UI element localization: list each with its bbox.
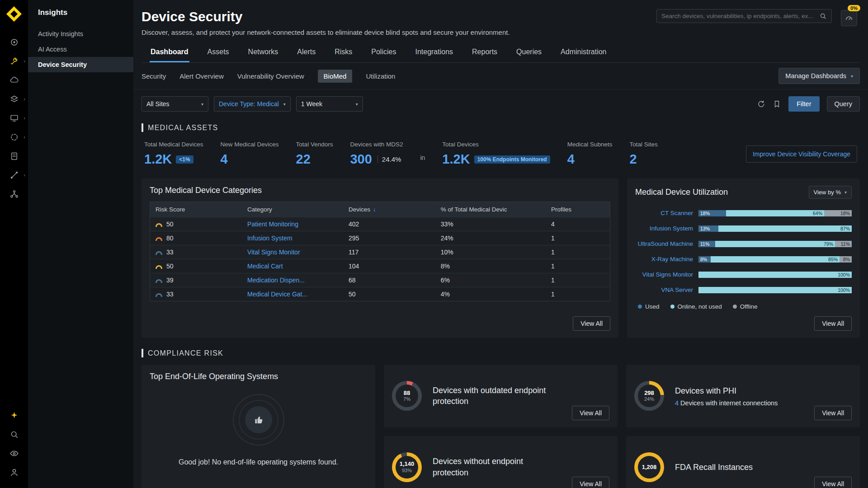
subtab-security[interactable]: Security (142, 70, 166, 83)
category-link[interactable]: Medical Device Gat... (247, 291, 307, 298)
view-all-button[interactable]: View All (572, 406, 609, 420)
category-link[interactable]: Medical Cart (247, 263, 283, 270)
coverage-percent-badge: 0% (848, 5, 860, 11)
utilization-category-link[interactable]: VNA Server (635, 286, 693, 293)
donut-card-label: FDA Recall Instances (675, 462, 753, 473)
top-categories-card: Top Medical Device Categories Risk Score… (142, 178, 618, 338)
medical-assets-stats: Total Medical Devices 1.2K <1% New Medic… (142, 139, 860, 178)
table-row[interactable]: 33 Vital Signs Monitor 117 10% 1 (150, 245, 610, 259)
tab-risks[interactable]: Risks (334, 43, 353, 62)
stat-value: 1.2K (442, 152, 470, 167)
rail-wrench-icon[interactable]: › (0, 52, 28, 70)
utilization-category-link[interactable]: CT Scanner (635, 210, 693, 216)
rail-cloud-icon[interactable] (0, 70, 28, 89)
donut-chart: 88 7% (392, 381, 422, 411)
rail-user-icon[interactable] (0, 463, 28, 482)
tab-networks[interactable]: Networks (247, 43, 279, 62)
site-filter-select[interactable]: All Sites ▾ (142, 96, 208, 112)
category-link[interactable]: Patient Monitoring (247, 221, 298, 228)
tab-alerts[interactable]: Alerts (296, 43, 316, 62)
rail-report-icon[interactable] (0, 146, 28, 165)
stat-value: 300 (350, 152, 372, 167)
column-category[interactable]: Category (242, 202, 343, 217)
sidebar-item-activity-insights[interactable]: Activity Insights (28, 26, 133, 42)
tab-reports[interactable]: Reports (471, 43, 498, 62)
refresh-icon[interactable] (757, 100, 765, 108)
column-risk-score[interactable]: Risk Score (150, 202, 242, 217)
sidebar-item-ai-access[interactable]: AI Access (28, 42, 133, 57)
rail-monitor-icon[interactable]: › (0, 108, 28, 127)
view-all-button[interactable]: View All (572, 477, 609, 488)
rail-sitemap-icon[interactable] (0, 184, 28, 203)
tab-queries[interactable]: Queries (515, 43, 542, 62)
tab-integrations[interactable]: Integrations (414, 43, 454, 62)
table-row[interactable]: 33 Medical Device Gat... 50 4% 1 (150, 287, 610, 301)
sub-count[interactable]: 4 (675, 399, 679, 407)
table-row[interactable]: 39 Medication Dispen... 68 6% 1 (150, 273, 610, 287)
donut-value: 1,140 (400, 460, 415, 468)
subtab-biomed[interactable]: BioMed (318, 70, 353, 83)
profiles-count: 4 (546, 217, 610, 231)
column-pct-total[interactable]: % of Total Medical Devic (435, 202, 546, 217)
manage-dashboards-button[interactable]: Manage Dashboards ▾ (778, 68, 860, 84)
utilization-category-link[interactable]: UltraSound Machine (635, 240, 693, 247)
subtab-utilization[interactable]: Utilization (366, 70, 395, 83)
column-devices[interactable]: Devices↓ (343, 202, 435, 217)
view-all-button[interactable]: View All (573, 316, 610, 331)
utilization-category-link[interactable]: Vital Signs Monitor (635, 271, 693, 278)
bar-segment-online: 79% (715, 241, 835, 247)
tab-assets[interactable]: Assets (207, 43, 230, 62)
brand-logo-icon[interactable] (5, 5, 23, 23)
profiles-count: 1 (546, 231, 610, 245)
coverage-gauge-icon[interactable] (841, 10, 857, 26)
rail-tools-icon[interactable]: › (0, 165, 28, 184)
rail-loader-icon[interactable]: › (0, 127, 28, 146)
subtab-vulnerability-overview[interactable]: Vulnerability Overview (237, 70, 304, 83)
table-row[interactable]: 50 Medical Cart 104 8% 1 (150, 259, 610, 273)
devices-count: 402 (343, 217, 435, 231)
utilization-bar: 8%85%8% (698, 256, 852, 263)
rail-ai-sparkle-icon[interactable] (0, 406, 28, 425)
eol-rings-decoration (233, 394, 284, 446)
utilization-bar: 13%87% (698, 225, 852, 232)
rail-search-icon[interactable] (0, 425, 28, 444)
site-filter-value: All Sites (146, 100, 170, 108)
search-input[interactable] (661, 13, 816, 19)
time-range-select[interactable]: 1 Week ▾ (296, 96, 363, 112)
sidebar-item-device-security[interactable]: Device Security (28, 57, 133, 72)
donut-card-label: Devices with PHI (675, 385, 778, 396)
tab-administration[interactable]: Administration (560, 43, 607, 62)
stat-label: New Medical Devices (221, 141, 279, 148)
category-link[interactable]: Vital Signs Monitor (247, 249, 300, 256)
utilization-category-link[interactable]: Infusion System (635, 225, 693, 232)
view-all-button[interactable]: View All (814, 316, 852, 331)
view-all-button[interactable]: View All (814, 406, 852, 420)
sort-desc-icon[interactable]: ↓ (373, 206, 376, 213)
risk-gauge-icon (156, 223, 162, 227)
donut-chart: 298 24% (634, 381, 664, 411)
rail-radar-icon[interactable] (0, 33, 28, 52)
query-button[interactable]: Query (827, 96, 860, 112)
table-row[interactable]: 80 Infusion System 295 24% 1 (150, 231, 610, 245)
device-type-filter-select[interactable]: Device Type: Medical ▾ (214, 96, 291, 112)
pct-of-total: 6% (435, 273, 546, 287)
tab-dashboard[interactable]: Dashboard (150, 43, 189, 62)
stat-value: 22 (296, 152, 311, 167)
filter-button[interactable]: Filter (788, 96, 819, 112)
table-row[interactable]: 50 Patient Monitoring 402 33% 4 (150, 217, 610, 231)
search-icon[interactable] (819, 12, 827, 20)
column-profiles[interactable]: Profiles (546, 202, 610, 217)
compliance-title: COMPLIANCE RISK (148, 349, 223, 357)
tab-policies[interactable]: Policies (370, 43, 397, 62)
view-all-button[interactable]: View All (814, 477, 852, 488)
category-link[interactable]: Infusion System (247, 235, 292, 242)
page-title: Device Security (142, 9, 510, 24)
utilization-category-link[interactable]: X-Ray Machine (635, 256, 693, 263)
rail-layers-icon[interactable]: › (0, 89, 28, 108)
rail-eye-icon[interactable] (0, 444, 28, 463)
improve-visibility-button[interactable]: Improve Device Visibility Coverage (746, 145, 857, 163)
bookmark-icon[interactable] (773, 100, 781, 108)
subtab-alert-overview[interactable]: Alert Overview (179, 70, 224, 83)
category-link[interactable]: Medication Dispen... (247, 277, 305, 284)
view-by-select[interactable]: View by % ▾ (809, 186, 852, 199)
